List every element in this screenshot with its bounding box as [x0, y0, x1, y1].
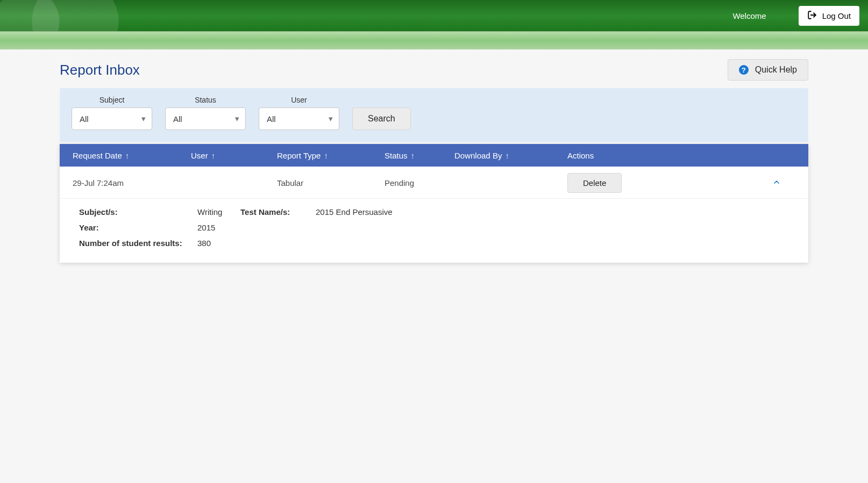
- filter-user-label: User: [291, 96, 307, 104]
- cell-status: Pending: [385, 178, 454, 188]
- detail-subject-label: Subject/s:: [79, 207, 197, 217]
- subject-select[interactable]: All: [72, 107, 152, 130]
- delete-button[interactable]: Delete: [567, 173, 622, 193]
- detail-numresults-value: 380: [197, 239, 789, 248]
- table-row: 29-Jul 7:24am Tabular Pending Delete: [60, 167, 808, 199]
- col-request-date-label: Request Date: [73, 151, 122, 160]
- table-header: Request Date ↑ User ↑ Report Type ↑ Stat…: [60, 144, 808, 167]
- cell-report-type: Tabular: [277, 178, 385, 188]
- row-details: Subject/s: Writing Test Name/s: 2015 End…: [60, 199, 808, 263]
- detail-testname-label: Test Name/s:: [240, 207, 316, 217]
- col-actions: Actions: [567, 151, 758, 160]
- detail-numresults-label: Number of student results:: [79, 239, 197, 248]
- user-select[interactable]: All: [259, 107, 339, 130]
- quick-help-button[interactable]: ? Quick Help: [728, 59, 808, 81]
- filter-subject-label: Subject: [99, 96, 125, 104]
- logout-icon: [807, 10, 817, 21]
- logout-label: Log Out: [822, 11, 851, 20]
- filter-panel: Subject All ▾ Status All ▾ User All: [60, 88, 808, 142]
- col-download-by-label: Download By: [454, 151, 502, 160]
- report-table: Request Date ↑ User ↑ Report Type ↑ Stat…: [60, 144, 808, 263]
- col-request-date[interactable]: Request Date ↑: [73, 151, 191, 160]
- col-report-type-label: Report Type: [277, 151, 321, 160]
- sort-asc-icon: ↑: [411, 151, 415, 160]
- sort-asc-icon: ↑: [125, 151, 130, 160]
- col-status-label: Status: [385, 151, 408, 160]
- sort-asc-icon: ↑: [505, 151, 509, 160]
- detail-testname-value: 2015 End Persuasive: [316, 207, 789, 217]
- detail-year-value: 2015: [197, 223, 789, 232]
- status-select[interactable]: All: [165, 107, 246, 130]
- sub-banner: [0, 31, 868, 49]
- help-icon: ?: [739, 65, 749, 75]
- top-banner: Welcome Log Out: [0, 0, 868, 31]
- col-status[interactable]: Status ↑: [385, 151, 454, 160]
- page-title: Report Inbox: [60, 62, 140, 78]
- filter-subject: Subject All ▾: [72, 96, 152, 130]
- sort-asc-icon: ↑: [324, 151, 328, 160]
- col-actions-label: Actions: [567, 151, 594, 160]
- filter-status: Status All ▾: [165, 96, 246, 130]
- collapse-row-button[interactable]: [769, 175, 784, 191]
- detail-subject-value: Writing: [197, 207, 240, 217]
- col-report-type[interactable]: Report Type ↑: [277, 151, 385, 160]
- detail-year-label: Year:: [79, 223, 197, 232]
- cell-request-date: 29-Jul 7:24am: [73, 178, 191, 188]
- col-download-by[interactable]: Download By ↑: [454, 151, 567, 160]
- col-user[interactable]: User ↑: [191, 151, 277, 160]
- filter-status-label: Status: [195, 96, 216, 104]
- search-button[interactable]: Search: [352, 107, 411, 130]
- logout-button[interactable]: Log Out: [799, 6, 859, 26]
- chevron-up-icon: [772, 180, 781, 188]
- filter-user: User All ▾: [259, 96, 339, 130]
- sort-asc-icon: ↑: [211, 151, 216, 160]
- col-user-label: User: [191, 151, 208, 160]
- welcome-text: Welcome: [732, 11, 766, 20]
- quick-help-label: Quick Help: [755, 65, 797, 75]
